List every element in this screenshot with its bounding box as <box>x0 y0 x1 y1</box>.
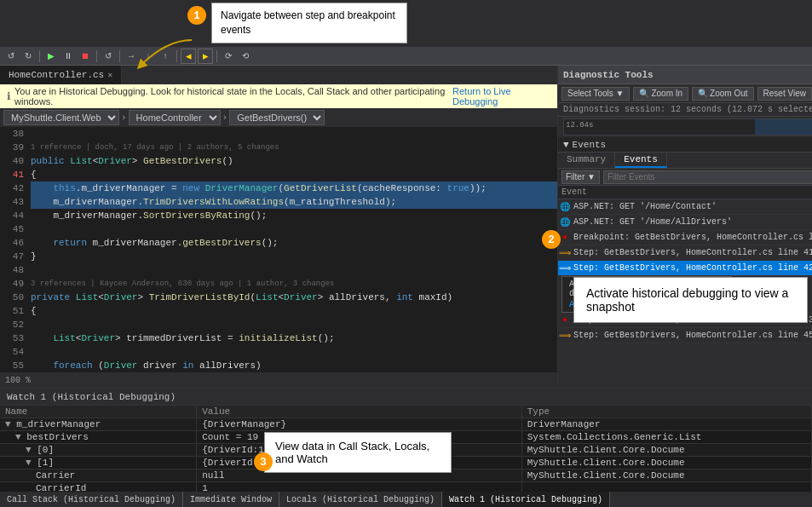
event-row-breakpoint-40[interactable]: ● Breakpoint: GetBestDrivers, HomeContro… <box>558 230 812 245</box>
tab-file-name: HomeController.cs <box>9 70 104 80</box>
session-info: Diagnostics session: 12 seconds (12.072 … <box>558 103 812 117</box>
event-text-4: Step: GetBestDrivers, HomeController.cs … <box>572 248 812 257</box>
code-line-50 <box>31 318 557 331</box>
editor-tab-homecontroller[interactable]: HomeController.cs ✕ <box>0 66 122 84</box>
event-text-1: ASP.NET: GET '/Home/Contact' <box>572 202 812 211</box>
code-area: 38 39 40 41 42 43 44 45 46 47 48 49 50 5… <box>0 127 557 372</box>
expand-icon-3[interactable]: ▼ <box>26 445 32 455</box>
event-text-5: Step: GetBestDrivers, HomeController.cs … <box>572 263 812 273</box>
code-line-51: List<Driver> trimmedDriverList = initial… <box>31 331 557 345</box>
code-line-41: this.m_driverManager = new DriverManager… <box>31 181 557 195</box>
step-icon-1: ⟹ <box>558 248 572 258</box>
watch-col-type: Type <box>521 406 811 418</box>
filter-events-input[interactable] <box>603 170 812 184</box>
events-section-label: Events <box>573 140 607 150</box>
status-tabs-bar: Call Stack (Historical Debugging) Immedi… <box>0 492 812 507</box>
editor-nav-bar: MyShuttle.Client.Web › HomeController › … <box>0 108 557 127</box>
code-line-45: return m_driverManager.getBestDrivers(); <box>31 236 557 250</box>
zoom-out-btn[interactable]: 🔍 Zoom Out <box>692 87 753 101</box>
annotation-1-box: Navigate between step and breakpoint eve… <box>211 3 407 43</box>
events-toolbar: Filter ▼ 🔍 <box>558 169 812 186</box>
events-section-toggle[interactable]: ▼ Events <box>558 137 812 153</box>
sep-2 <box>96 50 97 62</box>
filter-button[interactable]: Filter ▼ <box>561 170 600 184</box>
tab-events[interactable]: Events <box>615 153 667 168</box>
tab-close-btn[interactable]: ✕ <box>107 70 112 80</box>
step-icon-2: ⟹ <box>558 263 572 274</box>
code-line-40: { <box>31 168 557 181</box>
diagnostic-tools-panel: Diagnostic Tools 📌 ✕ Select Tools ▼ 🔍 Zo… <box>558 66 812 388</box>
code-line-48: private List<Driver> TrimDriverListById(… <box>31 291 557 304</box>
timeline-selected-range <box>755 119 812 135</box>
editor-zoom: 100 % <box>0 372 557 388</box>
redo-btn[interactable]: ↻ <box>20 49 36 64</box>
annotation-1-arrow <box>132 36 200 70</box>
event-row-aspnet-contact[interactable]: 🌐 ASP.NET: GET '/Home/Contact' <box>558 199 812 215</box>
zoom-in-btn[interactable]: 🔍 Zoom In <box>633 87 688 101</box>
ide-toolbar: ↺ ↻ ▶ ⏸ ⏹ ↺ → ↓ ↑ ◂ ▸ ⟳ ⟲ <box>0 47 812 66</box>
editor-tab-bar: HomeController.cs ✕ <box>0 66 557 84</box>
diag-tabs: Summary Events <box>558 153 812 169</box>
event-row-step-42[interactable]: ⟹ Step: GetBestDrivers, HomeController.c… <box>558 261 812 276</box>
banner-text: You are in Historical Debugging. Look fo… <box>14 86 449 107</box>
sep-3 <box>119 50 120 62</box>
code-line-38 <box>31 127 557 141</box>
restart-btn[interactable]: ↺ <box>101 49 116 64</box>
events-list-header: Event Time <box>558 186 812 199</box>
select-tools-btn[interactable]: Select Tools ▼ <box>561 87 630 101</box>
extra-btn-2[interactable]: ⟲ <box>238 49 253 64</box>
sep-5 <box>216 50 217 62</box>
pause-btn[interactable]: ⏸ <box>60 49 76 64</box>
annotation-1-badge: 1 <box>187 6 206 25</box>
status-tab-watch1[interactable]: Watch 1 (Historical Debugging) <box>442 492 610 507</box>
annotation-3-badge: 3 <box>254 452 273 471</box>
events-chevron-icon: ▼ <box>563 140 569 150</box>
annotation-2-box: Activate historical debugging to view a … <box>573 277 808 323</box>
method-dropdown[interactable]: GetBestDrivers() <box>229 110 325 125</box>
tab-summary[interactable]: Summary <box>558 153 615 168</box>
extra-btn-1[interactable]: ⟳ <box>221 49 236 64</box>
event-row-step-41[interactable]: ⟹ Step: GetBestDrivers, HomeController.c… <box>558 245 812 261</box>
code-line-39b: public List<Driver> GetBestDrivers() <box>31 154 557 168</box>
watch-col-value: Value <box>197 406 522 418</box>
reset-view-btn[interactable]: Reset View <box>757 87 812 101</box>
expand-icon-4[interactable]: ▼ <box>26 458 32 468</box>
line-numbers: 38 39 40 41 42 43 44 45 46 47 48 49 50 5… <box>0 127 27 372</box>
sep-1 <box>39 50 40 62</box>
code-line-46: } <box>31 250 557 263</box>
col-event-header: Event <box>558 186 812 199</box>
code-content: 1 reference | doch, 17 days ago | 2 auth… <box>27 127 557 372</box>
status-tab-immediate[interactable]: Immediate Window <box>183 492 279 507</box>
breakpoint-icon-2: ● <box>558 315 572 325</box>
diag-title-bar: Diagnostic Tools 📌 ✕ <box>558 66 812 84</box>
watch-col-name: Name <box>0 406 197 418</box>
aspnet-icon-2: 🌐 <box>558 217 572 228</box>
event-text-7: Step: GetBestDrivers, HomeController.cs … <box>572 331 812 340</box>
return-live-link[interactable]: Return to Live Debugging <box>452 86 550 107</box>
namespace-dropdown[interactable]: MyShuttle.Client.Web <box>3 110 119 125</box>
class-dropdown[interactable]: HomeController <box>129 110 221 125</box>
watch-row-m-drivermanager[interactable]: ▼ m_driverManager {DriverManager} Driver… <box>0 418 812 431</box>
diag-toolbar: Select Tools ▼ 🔍 Zoom In 🔍 Zoom Out Rese… <box>558 84 812 103</box>
expand-icon-1[interactable]: ▼ <box>5 419 11 429</box>
editor-panel: HomeController.cs ✕ ℹ You are in Histori… <box>0 66 558 388</box>
code-line-43: m_driverManager.SortDriversByRating(); <box>31 209 557 222</box>
status-tab-callstack[interactable]: Call Stack (Historical Debugging) <box>0 492 183 507</box>
timeline-bar[interactable]: 12.04s 12.06s <box>563 118 812 135</box>
status-tab-locals[interactable]: Locals (Historical Debugging) <box>279 492 442 507</box>
event-row-step-45[interactable]: ⟹ Step: GetBestDrivers, HomeController.c… <box>558 328 812 343</box>
banner-info-icon: ℹ <box>7 90 11 102</box>
stop-btn[interactable]: ⏹ <box>78 49 93 64</box>
code-line-48c: 3 references | Kaycee Anderson, 630 days… <box>31 277 557 291</box>
annotation-3-box: View data in Call Stack, Locals, and Wat… <box>264 432 452 473</box>
step-icon-3: ⟹ <box>558 331 572 341</box>
expand-icon-2[interactable]: ▼ <box>15 432 21 442</box>
play-btn[interactable]: ▶ <box>43 49 59 64</box>
code-line-47 <box>31 263 557 277</box>
diag-panel-title: Diagnostic Tools <box>563 70 812 80</box>
undo-btn[interactable]: ↺ <box>3 49 19 64</box>
event-row-aspnet-alldrivers[interactable]: 🌐 ASP.NET: GET '/Home/AllDrivers' <box>558 215 812 230</box>
code-line-39: 1 reference | doch, 17 days ago | 2 auth… <box>31 141 557 154</box>
code-line-52 <box>31 345 557 359</box>
main-container: HomeController.cs ✕ ℹ You are in Histori… <box>0 66 812 388</box>
